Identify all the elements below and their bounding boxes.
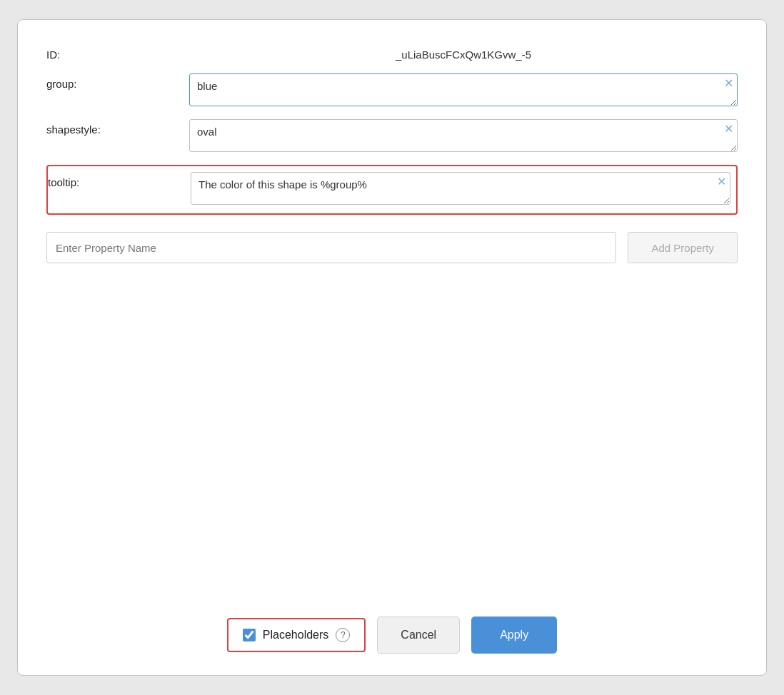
cancel-button[interactable]: Cancel <box>377 617 460 654</box>
placeholders-box: Placeholders ? <box>227 618 366 652</box>
tooltip-label: tooltip: <box>48 172 191 188</box>
id-row: ID: _uLiaBuscFCxQw1KGvw_-5 <box>46 49 738 61</box>
placeholders-label: Placeholders <box>263 629 329 641</box>
help-icon-label: ? <box>341 630 346 640</box>
shapestyle-label: shapestyle: <box>46 119 189 136</box>
tooltip-textarea-wrap: The color of this shape is %group% ✕ <box>191 172 730 208</box>
tooltip-remove-button[interactable]: ✕ <box>715 176 728 188</box>
apply-button[interactable]: Apply <box>471 617 557 654</box>
add-property-button[interactable]: Add Property <box>628 232 738 263</box>
help-icon[interactable]: ? <box>336 628 350 642</box>
group-remove-button[interactable]: ✕ <box>723 78 735 89</box>
placeholders-checkbox[interactable] <box>243 629 256 641</box>
id-label: ID: <box>46 49 189 61</box>
group-textarea[interactable]: blue <box>189 73 738 106</box>
shapestyle-textarea-wrap: oval ✕ <box>189 119 738 155</box>
shapestyle-remove-button[interactable]: ✕ <box>723 123 735 135</box>
shapestyle-property-row: shapestyle: oval ✕ <box>46 119 738 155</box>
group-label: group: <box>46 73 189 90</box>
group-property-row: group: blue ✕ <box>46 73 738 109</box>
tooltip-property-row-wrapper: tooltip: The color of this shape is %gro… <box>46 165 738 215</box>
tooltip-textarea[interactable]: The color of this shape is %group% <box>191 172 730 205</box>
property-editor-dialog: ID: _uLiaBuscFCxQw1KGvw_-5 group: blue ✕… <box>17 19 767 676</box>
id-value: _uLiaBuscFCxQw1KGvw_-5 <box>189 49 738 61</box>
property-name-input[interactable] <box>46 232 616 263</box>
add-property-row: Add Property <box>46 232 738 263</box>
dialog-footer: Placeholders ? Cancel Apply <box>46 602 738 654</box>
shapestyle-textarea[interactable]: oval <box>189 119 738 152</box>
group-textarea-wrap: blue ✕ <box>189 73 738 109</box>
